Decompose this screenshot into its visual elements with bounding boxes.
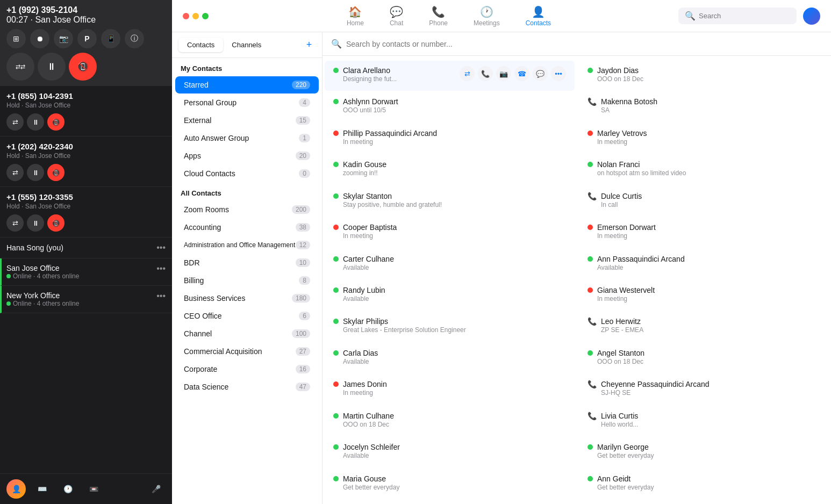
sidebar-item-cloud[interactable]: Cloud Contacts 0 [175, 165, 319, 182]
call-info-3: Hold · San Jose Office [6, 152, 166, 160]
voicemail-icon[interactable]: 📼 [84, 479, 103, 499]
contact-dulce[interactable]: 📞 Dulce Curtis In call [579, 186, 829, 217]
video-icon[interactable]: 📷 [54, 29, 73, 48]
contact-ann-geidt[interactable]: Ann Geidt Get better everyday [579, 469, 829, 499]
sidebar-item-starred[interactable]: Starred 220 [175, 76, 319, 93]
hold-btn-2[interactable]: ⏸ [27, 113, 44, 131]
message-action-btn[interactable]: 💬 [533, 66, 548, 81]
nav-tab-contacts[interactable]: 👤 Contacts [513, 1, 564, 31]
grid-icon[interactable]: ⊞ [6, 29, 26, 48]
nav-tab-home[interactable]: 🏠 Home [334, 1, 377, 31]
end-call-btn[interactable]: 📵 [69, 53, 97, 81]
contact-makenna-botosh[interactable]: 📞 Makenna Botosh SA [579, 92, 829, 122]
phone-dial-btn[interactable]: ☎ [514, 66, 529, 81]
hold-btn-4[interactable]: ⏸ [27, 214, 44, 232]
sidebar-item-accounting[interactable]: Accounting 38 [175, 219, 319, 236]
contacts-search-input[interactable] [346, 40, 822, 48]
contact-status: Available [597, 264, 685, 271]
sidebar-item-corporate[interactable]: Corporate 16 [175, 361, 319, 378]
sidebar-item-external[interactable]: External 15 [175, 112, 319, 129]
record-icon[interactable]: ⏺ [30, 29, 49, 48]
p-icon[interactable]: P [77, 29, 97, 48]
transfer-btn-3[interactable]: ⇄ [6, 164, 24, 181]
contact-maria[interactable]: Maria Gouse Get better everyday [325, 469, 575, 499]
hold-btn-3[interactable]: ⏸ [27, 164, 44, 181]
contact-leo[interactable]: 📞 Leo Herwitz ZP SE - EMEA [579, 312, 829, 342]
contact-kadin[interactable]: Kadin Gouse zooming in!! [325, 155, 575, 185]
contact-james[interactable]: James Donin In meeting [325, 375, 575, 405]
contact-cheyenne[interactable]: 📞 Cheyenne Passaquindici Arcand SJ-HQ SE [579, 375, 829, 405]
contact-ashlynn-dorwart[interactable]: Ashlynn Dorwart OOO until 10/5 [325, 92, 575, 122]
transfer-icon[interactable]: 📱 [101, 29, 120, 48]
call-item-2[interactable]: +1 (855) 104-2391 Hold · San Jose Office… [0, 86, 172, 136]
contact-jocelyn[interactable]: Jocelyn Schleifer Available [325, 437, 575, 467]
info-icon[interactable]: ⓘ [125, 29, 144, 48]
contact-marley[interactable]: Marley Vetrovs In meeting [579, 124, 829, 154]
close-btn[interactable] [183, 13, 189, 19]
contact-martin[interactable]: Martin Culhane OOO on 18 Dec [325, 406, 575, 436]
call-item-3[interactable]: +1 (202) 420-2340 Hold · San Jose Office… [0, 136, 172, 187]
sidebar-item-auto-answer[interactable]: Auto Answer Group 1 [175, 129, 319, 147]
more-action-btn[interactable]: ••• [551, 66, 566, 81]
contact-skylar-philips[interactable]: Skylar Philips Great Lakes - Enterprise … [325, 312, 575, 342]
transfer-btn[interactable]: ⇄⇄ [6, 53, 34, 81]
end-btn-2[interactable]: 📵 [47, 113, 65, 131]
sidebar-item-apps[interactable]: Apps 20 [175, 147, 319, 164]
search-box[interactable]: 🔍 [678, 8, 797, 24]
contact-cooper[interactable]: Cooper Baptista In meeting [325, 218, 575, 248]
nav-tab-chat[interactable]: 💬 Chat [377, 1, 416, 31]
sidebar-item-commercial[interactable]: Commercial Acquisition 27 [175, 343, 319, 360]
user-avatar-top[interactable] [803, 8, 820, 25]
end-btn-4[interactable]: 📵 [47, 214, 65, 232]
history-icon[interactable]: 🕐 [58, 479, 77, 499]
contact-giana[interactable]: Giana Westervelt In meeting [579, 280, 829, 311]
new-york-menu[interactable]: ••• [156, 291, 166, 301]
nav-tab-phone[interactable]: 📞 Phone [416, 1, 461, 31]
contact-randy[interactable]: Randy Lubin Available [325, 280, 575, 311]
call-action-btn[interactable]: 📞 [478, 66, 493, 81]
sidebar-item-personal-group[interactable]: Personal Group 4 [175, 94, 319, 111]
active-call-item[interactable]: +1 (992) 395-2104 00:27 · San Jose Offic… [0, 0, 172, 86]
sidebar-item-data-science[interactable]: Data Science 47 [175, 378, 319, 395]
video-action-btn[interactable]: 📷 [496, 66, 511, 81]
transfer-btn-2[interactable]: ⇄ [6, 113, 24, 131]
transfer-action-btn[interactable]: ⇄ [460, 66, 475, 81]
sidebar-item-zoom-rooms[interactable]: Zoom Rooms 200 [175, 201, 319, 218]
sidebar-item-ceo[interactable]: CEO Office 6 [175, 307, 319, 325]
contact-emerson[interactable]: Emerson Dorwart In meeting [579, 218, 829, 248]
microphone-icon[interactable]: 🎤 [146, 479, 166, 499]
sidebar-item-channel[interactable]: Channel 100 [175, 325, 319, 342]
end-btn-3[interactable]: 📵 [47, 164, 65, 181]
contact-livia[interactable]: 📞 Livia Curtis Hello world... [579, 406, 829, 436]
sidebar-tab-channels[interactable]: Channels [223, 38, 270, 52]
nav-tab-meetings[interactable]: 🕐 Meetings [461, 1, 513, 31]
search-input[interactable] [699, 12, 790, 20]
sidebar-item-billing[interactable]: Billing 8 [175, 272, 319, 289]
contact-phillip[interactable]: Phillip Passaquindici Arcand In meeting [325, 124, 575, 154]
minimize-btn[interactable] [192, 13, 199, 19]
contact-ann-passaquindici[interactable]: Ann Passaquindici Arcand Available [579, 249, 829, 279]
san-jose-office-item[interactable]: San Jose Office Online · 4 others online… [0, 258, 172, 286]
contact-jaydon-dias[interactable]: Jaydon Dias OOO on 18 Dec [579, 61, 829, 91]
contact-angel[interactable]: Angel Stanton OOO on 18 Dec [579, 343, 829, 373]
hana-song-item[interactable]: Hana Song (you) ••• [0, 237, 172, 258]
contact-carla[interactable]: Carla Dias Available [325, 343, 575, 373]
maximize-btn[interactable] [202, 13, 209, 19]
dialpad-icon[interactable]: ⌨️ [32, 479, 52, 499]
sidebar-item-admin[interactable]: Administration and Office Management 12 [175, 236, 319, 254]
sidebar-tab-contacts[interactable]: Contacts [178, 38, 223, 52]
contact-skylar-stanton[interactable]: Skylar Stanton Stay positive, humble and… [325, 186, 575, 217]
san-jose-menu[interactable]: ••• [156, 264, 166, 273]
contact-marilyn[interactable]: Marilyn George Get better everyday [579, 437, 829, 467]
sidebar-item-business[interactable]: Business Services 180 [175, 290, 319, 307]
contact-clara-arellano[interactable]: Clara Arellano Designing the fut... ⇄ 📞 … [325, 61, 575, 91]
sidebar-item-bdr[interactable]: BDR 10 [175, 254, 319, 271]
contact-carter[interactable]: Carter Culhane Available [325, 249, 575, 279]
new-york-office-item[interactable]: New York Office Online · 4 others online… [0, 286, 172, 313]
transfer-btn-4[interactable]: ⇄ [6, 214, 24, 232]
hana-song-menu[interactable]: ••• [156, 243, 166, 253]
hold-btn[interactable]: ⏸ [38, 53, 66, 81]
call-item-4[interactable]: +1 (555) 120-3355 Hold · San Jose Office… [0, 187, 172, 237]
add-contact-btn[interactable]: + [303, 39, 316, 52]
contact-nolan[interactable]: Nolan Franci on hotspot atm so limited v… [579, 155, 829, 185]
